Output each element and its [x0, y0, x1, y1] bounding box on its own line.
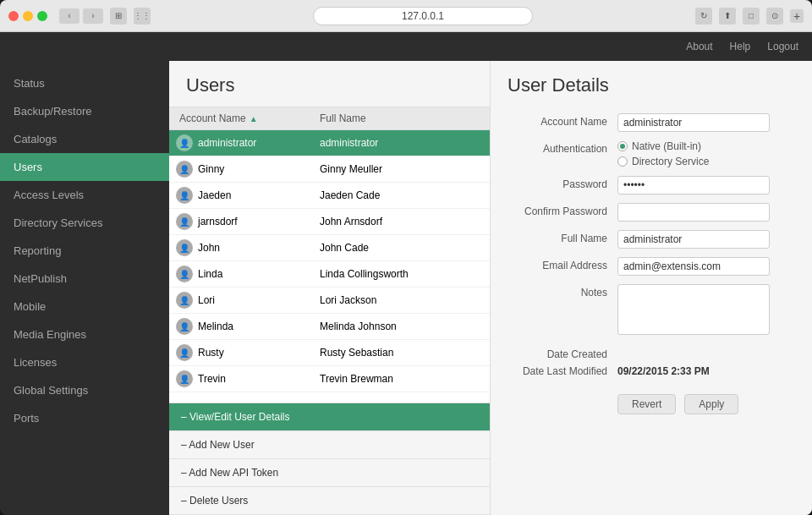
sidebar-item-users[interactable]: Users	[0, 153, 169, 181]
bookmark-icon[interactable]: □	[743, 8, 760, 25]
account-name-input[interactable]	[617, 113, 770, 132]
password-input[interactable]	[617, 176, 770, 194]
col-fullname-header[interactable]: Full Name	[313, 112, 490, 124]
user-icon[interactable]: ⊙	[766, 8, 783, 25]
revert-button[interactable]: Revert	[617, 394, 676, 414]
actions-section: – View/Edit User Details – Add New User …	[169, 403, 490, 515]
minimize-button[interactable]	[23, 11, 33, 21]
password-label: Password	[508, 176, 617, 190]
email-input[interactable]	[617, 257, 770, 276]
sidebar-item-status[interactable]: Status	[0, 69, 169, 97]
delete-users-action[interactable]: – Delete Users	[169, 487, 490, 515]
avatar: 👤	[176, 370, 193, 387]
avatar: 👤	[176, 266, 193, 282]
password-row: Password	[508, 176, 795, 194]
view-edit-action[interactable]: – View/Edit User Details	[169, 403, 490, 431]
col-account-header[interactable]: Account Name ▲	[169, 112, 313, 124]
apply-button[interactable]: Apply	[684, 394, 738, 414]
table-row[interactable]: 👤 Melinda Melinda Johnson	[169, 314, 490, 340]
table-row[interactable]: 👤 Jaeden Jaeden Cade	[169, 183, 490, 209]
logout-link[interactable]: Logout	[767, 41, 798, 52]
user-account-cell: 👤 Melinda	[169, 318, 313, 335]
table-row[interactable]: 👤 administrator administrator	[169, 130, 490, 156]
table-row[interactable]: 👤 Lori Lori Jackson	[169, 288, 490, 314]
notes-label: Notes	[508, 284, 617, 299]
view-icon[interactable]: ⊞	[110, 8, 127, 25]
sidebar-item-backup-restore[interactable]: Backup/Restore	[0, 97, 169, 125]
user-fullname-cell: John Cade	[313, 242, 490, 254]
users-panel: Users Account Name ▲ Full Name 👤 adminis…	[169, 61, 491, 515]
sidebar-item-mobile[interactable]: Mobile	[0, 293, 169, 321]
directory-radio-dot[interactable]	[617, 156, 628, 167]
forward-button[interactable]: ›	[83, 8, 103, 24]
user-fullname-cell: Melinda Johnson	[313, 321, 490, 332]
top-nav: About Help Logout	[0, 32, 812, 61]
table-row[interactable]: 👤 John John Cade	[169, 235, 490, 261]
sidebar-item-directory-services[interactable]: Directory Services	[0, 209, 169, 237]
user-account-cell: 👤 Ginny	[169, 161, 313, 178]
directory-radio-option[interactable]: Directory Service	[617, 156, 709, 167]
user-account-cell: 👤 Linda	[169, 266, 313, 282]
table-row[interactable]: 👤 Ginny Ginny Meuller	[169, 156, 490, 183]
confirm-password-input[interactable]	[617, 203, 770, 222]
sort-arrow-icon: ▲	[250, 114, 258, 123]
date-created-label: Date Created	[508, 348, 617, 360]
address-bar-container: 127.0.0.1	[157, 7, 689, 25]
table-row[interactable]: 👤 Trevin Trevin Brewman	[169, 366, 490, 392]
sidebar-item-global-settings[interactable]: Global Settings	[0, 376, 169, 404]
users-table: 👤 administrator administrator 👤 Ginny Gi…	[169, 130, 490, 403]
share-icon[interactable]: ⬆	[719, 8, 736, 25]
user-account-cell: 👤 Jaeden	[169, 187, 313, 204]
sidebar-item-reporting[interactable]: Reporting	[0, 237, 169, 265]
details-panel-title: User Details	[508, 74, 795, 96]
about-link[interactable]: About	[686, 41, 712, 52]
user-account-cell: 👤 Lori	[169, 292, 313, 309]
table-row[interactable]: 👤 jarnsdorf John Arnsdorf	[169, 209, 490, 235]
user-fullname-cell: Ginny Meuller	[313, 163, 490, 175]
date-modified-row: Date Last Modified 09/22/2015 2:33 PM	[508, 365, 795, 377]
native-radio-label: Native (Built-in)	[632, 140, 701, 152]
browser-window: ‹ › ⊞ ⋮⋮ 127.0.0.1 ↻ ⬆ □ ⊙ + About Help …	[0, 0, 812, 515]
confirm-password-label: Confirm Password	[508, 203, 617, 217]
nav-buttons: ‹ ›	[59, 8, 103, 24]
refresh-icon[interactable]: ↻	[695, 8, 712, 25]
avatar: 👤	[176, 161, 193, 178]
native-radio-dot[interactable]	[617, 141, 628, 151]
address-bar[interactable]: 127.0.0.1	[313, 7, 533, 25]
avatar: 👤	[176, 187, 193, 204]
account-name-row: Account Name	[508, 113, 795, 132]
date-created-row: Date Created	[508, 348, 795, 360]
sidebar-item-licenses[interactable]: Licenses	[0, 348, 169, 376]
new-tab-button[interactable]: +	[790, 9, 804, 23]
help-link[interactable]: Help	[730, 41, 751, 52]
user-fullname-cell: Linda Collingsworth	[313, 268, 490, 280]
user-fullname-cell: administrator	[313, 137, 490, 149]
sidebar-item-catalogs[interactable]: Catalogs	[0, 125, 169, 153]
table-row[interactable]: 👤 Rusty Rusty Sebastian	[169, 340, 490, 366]
avatar: 👤	[176, 134, 193, 151]
avatar: 👤	[176, 239, 193, 256]
maximize-button[interactable]	[37, 11, 47, 21]
grid-icon[interactable]: ⋮⋮	[134, 8, 151, 25]
sidebar-item-ports[interactable]: Ports	[0, 404, 169, 432]
authentication-radio-group: Native (Built-in) Directory Service	[617, 140, 709, 167]
sidebar-item-netpublish[interactable]: NetPublish	[0, 265, 169, 293]
sidebar: Status Backup/Restore Catalogs Users Acc…	[0, 61, 169, 515]
email-label: Email Address	[508, 257, 617, 271]
sidebar-item-access-levels[interactable]: Access Levels	[0, 181, 169, 209]
close-button[interactable]	[8, 11, 19, 21]
user-account-cell: 👤 jarnsdorf	[169, 213, 313, 230]
user-account-cell: 👤 Trevin	[169, 370, 313, 387]
native-radio-option[interactable]: Native (Built-in)	[617, 140, 709, 152]
add-user-action[interactable]: – Add New User	[169, 431, 490, 459]
back-button[interactable]: ‹	[59, 8, 80, 24]
notes-textarea[interactable]	[617, 284, 770, 335]
table-row[interactable]: 👤 Linda Linda Collingsworth	[169, 261, 490, 288]
date-modified-value: 09/22/2015 2:33 PM	[617, 365, 710, 377]
user-fullname-cell: John Arnsdorf	[313, 216, 490, 227]
full-name-input[interactable]	[617, 230, 770, 249]
notes-row: Notes	[508, 284, 795, 335]
add-api-token-action[interactable]: – Add New API Token	[169, 459, 490, 487]
sidebar-item-media-engines[interactable]: Media Engines	[0, 321, 169, 348]
table-header: Account Name ▲ Full Name	[169, 107, 490, 130]
